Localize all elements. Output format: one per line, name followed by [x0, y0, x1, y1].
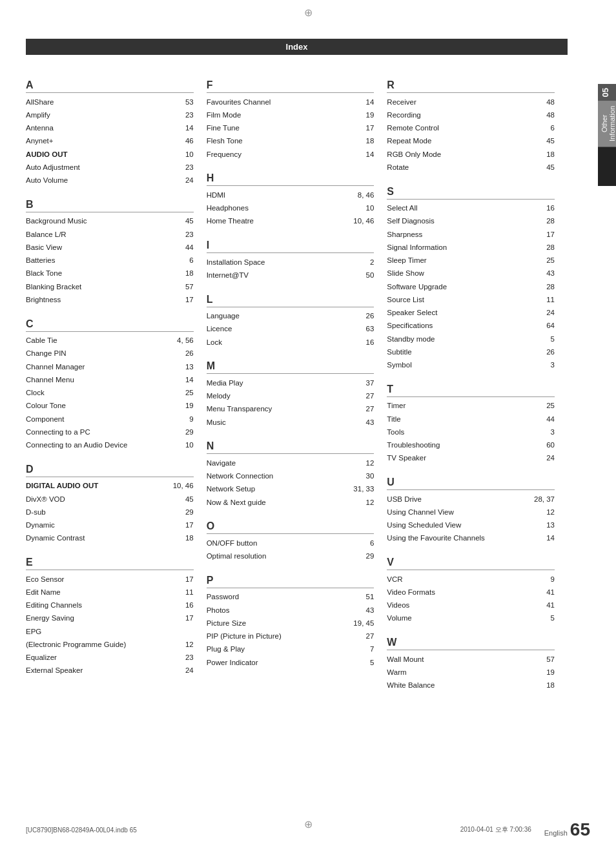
- entry-page: 31, 33: [353, 484, 374, 495]
- entry-page: 18: [546, 680, 555, 691]
- entry-name: Tools: [387, 427, 404, 438]
- entry-name: Blanking Bracket: [26, 282, 81, 293]
- index-entry: USB Drive28, 37: [387, 493, 555, 506]
- index-entry: Auto Adjustment23: [26, 161, 194, 174]
- entry-name: Media Play: [207, 378, 243, 389]
- footer-left: [UC8790]BN68-02849A-00L04.indb 65: [26, 827, 137, 834]
- index-entry: Balance L/R23: [26, 228, 194, 241]
- index-entry: Component9: [26, 413, 194, 426]
- index-entry: Using the Favourite Channels14: [387, 532, 555, 545]
- entry-page: 29: [185, 427, 194, 438]
- entry-page: 10: [366, 203, 375, 214]
- index-entry: Receiver48: [387, 96, 555, 108]
- index-entry: Standby mode5: [387, 333, 555, 345]
- index-entry: AllShare53: [26, 96, 194, 108]
- entry-page: 6: [189, 255, 193, 266]
- entry-name: Licence: [207, 324, 232, 334]
- section-letter-N: N: [207, 440, 375, 454]
- entry-name: RGB Only Mode: [387, 149, 441, 160]
- entry-page: 19: [366, 110, 375, 121]
- entry-page: 12: [366, 497, 375, 508]
- entry-name: Channel Menu: [26, 375, 74, 385]
- entry-page: 19: [185, 400, 194, 411]
- entry-name: Slide Show: [387, 268, 424, 279]
- index-entry: Basic View44: [26, 241, 194, 254]
- index-entry: Lock16: [207, 336, 375, 349]
- index-entry: Software Upgrade28: [387, 280, 555, 293]
- entry-page: 37: [366, 378, 375, 389]
- page-container: ⊕ 05 Other Information Index AAllShare53…: [0, 0, 616, 853]
- index-entry: Editing Channels16: [26, 599, 194, 612]
- index-entry: Dynamic17: [26, 519, 194, 532]
- entry-name: USB Drive: [387, 494, 422, 505]
- entry-page: 25: [546, 255, 555, 266]
- entry-name: Plug & Play: [207, 644, 245, 655]
- index-entry: Using Channel View12: [387, 506, 555, 519]
- entry-name: Auto Volume: [26, 175, 68, 186]
- entry-name: Frequency: [207, 149, 241, 160]
- entry-name: Optimal resolution: [207, 551, 267, 562]
- entry-page: 2: [370, 257, 374, 268]
- entry-page: 26: [185, 348, 194, 359]
- entry-name: Using Scheduled View: [387, 520, 461, 531]
- index-entry: Batteries6: [26, 254, 194, 267]
- column-col3: RReceiver48Recording48Remote Control6Rep…: [387, 68, 568, 692]
- entry-page: 48: [546, 110, 555, 121]
- side-black-bar: [598, 147, 616, 186]
- entry-name: Rotate: [387, 162, 409, 173]
- entry-page: 64: [546, 320, 555, 331]
- entry-page: 10, 46: [353, 216, 374, 227]
- entry-name: Black Tone: [26, 268, 62, 279]
- entry-page: 29: [366, 551, 375, 562]
- index-entry: Plug & Play7: [207, 643, 375, 656]
- index-columns: AAllShare53Amplify23Antenna14Anynet+46AU…: [26, 68, 568, 692]
- index-entry: Wall Mount57: [387, 653, 555, 666]
- entry-name: Lock: [207, 337, 222, 348]
- section-letter-T: T: [387, 384, 555, 397]
- entry-page: 29: [185, 507, 194, 518]
- index-entry: Change PIN26: [26, 347, 194, 360]
- entry-name: Source List: [387, 294, 424, 305]
- entry-name: Eco Sensor: [26, 574, 64, 585]
- index-entry: DivX® VOD45: [26, 493, 194, 506]
- entry-page: 13: [546, 520, 555, 531]
- section-letter-C: C: [26, 318, 194, 332]
- entry-name: Using Channel View: [387, 507, 453, 518]
- english-label: English: [544, 829, 568, 837]
- entry-page: 8, 46: [358, 190, 375, 201]
- entry-page: 17: [546, 229, 555, 240]
- entry-name: EPG: [26, 626, 41, 637]
- entry-page: 11: [546, 294, 555, 305]
- index-entry: RGB Only Mode18: [387, 148, 555, 161]
- index-entry: Music43: [207, 416, 375, 429]
- entry-name: Recording: [387, 110, 420, 121]
- index-entry: Installation Space2: [207, 256, 375, 269]
- entry-page: 12: [546, 507, 555, 518]
- section-letter-F: F: [207, 79, 375, 93]
- entry-page: 51: [366, 591, 375, 602]
- entry-page: 14: [366, 149, 375, 160]
- entry-page: 10, 46: [173, 480, 194, 491]
- section-letter-U: U: [387, 477, 555, 490]
- index-entry: Password51: [207, 591, 375, 604]
- entry-name: Edit Name: [26, 587, 61, 598]
- footer: [UC8790]BN68-02849A-00L04.indb 65 2010-0…: [0, 819, 616, 840]
- index-entry: Brightness17: [26, 293, 194, 306]
- side-tab: 05 Other Information: [598, 84, 616, 186]
- index-entry: Clock25: [26, 387, 194, 400]
- entry-page: 17: [366, 123, 375, 134]
- entry-name: Energy Saving: [26, 613, 74, 624]
- index-entry: Home Theatre10, 46: [207, 215, 375, 228]
- index-entry: Connecting to a PC29: [26, 426, 194, 438]
- index-entry: Navigate12: [207, 457, 375, 469]
- entry-page: 18: [366, 136, 375, 147]
- entry-name: Speaker Select: [387, 307, 437, 318]
- index-entry: Source List11: [387, 293, 555, 306]
- entry-page: 26: [366, 311, 375, 322]
- index-entry: EPG: [26, 625, 194, 638]
- footer-right: 2010-04-01 오후 7:00:36 English 65: [460, 819, 590, 840]
- entry-name: HDMI: [207, 190, 225, 201]
- entry-name: Batteries: [26, 255, 55, 266]
- entry-page: 14: [546, 533, 555, 544]
- page-number-area: English 65: [544, 819, 590, 840]
